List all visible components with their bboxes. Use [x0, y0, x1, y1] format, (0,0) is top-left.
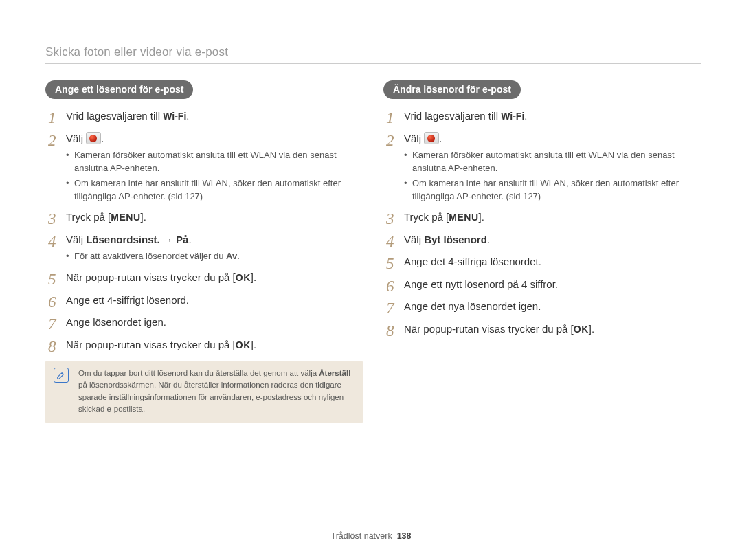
- text: Välj: [404, 234, 424, 245]
- right-step-2-sub: Kameran försöker automatiskt ansluta til…: [404, 149, 701, 203]
- right-step-3: Tryck på [MENU].: [383, 210, 701, 225]
- note-text: Om du tappar bort ditt lösenord kan du å…: [78, 369, 319, 377]
- content-columns: Ange ett lösenord för e-post Vrid lägesv…: [45, 80, 701, 423]
- right-step-8: När popup-rutan visas trycker du på [OK]…: [383, 322, 701, 337]
- text: Vrid lägesväljaren till: [404, 110, 501, 122]
- left-step-4-sub: För att avaktivera lösenordet väljer du …: [66, 250, 363, 263]
- footer-section: Trådlöst nätverk: [331, 531, 392, 541]
- left-step-8: När popup-rutan visas trycker du på [OK]…: [45, 337, 363, 353]
- text: ].: [589, 323, 594, 335]
- page-footer: Trådlöst nätverk 138: [0, 531, 742, 541]
- left-heading-pill: Ange ett lösenord för e-post: [45, 80, 193, 99]
- text: Tryck på [: [404, 211, 449, 223]
- title-rule: [45, 63, 701, 64]
- left-column: Ange ett lösenord för e-post Vrid lägesv…: [45, 80, 363, 423]
- right-heading-pill: Ändra lösenord för e-post: [383, 80, 521, 99]
- right-step-7: Ange det nya lösenordet igen.: [383, 299, 701, 315]
- manual-page: Skicka foton eller videor via e-post Ang…: [0, 0, 742, 560]
- page-title: Skicka foton eller videor via e-post: [45, 45, 701, 59]
- bullet: Kameran försöker automatiskt ansluta til…: [404, 149, 701, 175]
- right-column: Ändra lösenord för e-post Vrid lägesvälj…: [383, 80, 701, 423]
- right-steps: Vrid lägesväljaren till Wi-Fi. Välj . Ka…: [383, 109, 701, 337]
- ok-label: OK: [236, 272, 251, 283]
- text: ].: [141, 211, 146, 223]
- bullet: Om kameran inte har anslutit till WLAN, …: [66, 177, 363, 203]
- wifi-label: Wi-Fi: [163, 111, 186, 122]
- left-step-2: Välj . Kameran försöker automatiskt ansl…: [45, 131, 363, 203]
- bold-text: Lösenordsinst.: [86, 234, 160, 245]
- left-step-3: Tryck på [MENU].: [45, 210, 363, 225]
- text: ].: [251, 339, 256, 350]
- left-step-6: Ange ett 4-siffrigt lösenord.: [45, 293, 363, 309]
- text: .: [237, 251, 240, 261]
- wifi-label: Wi-Fi: [501, 111, 524, 122]
- ok-label: OK: [236, 339, 251, 350]
- bold-text: Byt lösenord: [424, 234, 487, 245]
- left-step-7: Ange lösenordet igen.: [45, 315, 363, 331]
- text: Vrid lägesväljaren till: [66, 110, 163, 122]
- left-step-1: Vrid lägesväljaren till Wi-Fi.: [45, 109, 363, 124]
- text: .: [487, 234, 490, 245]
- left-steps: Vrid lägesväljaren till Wi-Fi. Välj . Ka…: [45, 109, 363, 352]
- left-step-2-sub: Kameran försöker automatiskt ansluta til…: [66, 149, 363, 203]
- text: Tryck på [: [66, 211, 111, 223]
- right-step-5: Ange det 4-siffriga lösenordet.: [383, 254, 701, 270]
- left-step-4: Välj Lösenordsinst. → På. För att avakti…: [45, 232, 363, 263]
- right-step-2: Välj . Kameran försöker automatiskt ansl…: [383, 131, 701, 203]
- text: Välj: [404, 133, 424, 144]
- text: .: [524, 110, 527, 122]
- bullet: För att avaktivera lösenordet väljer du …: [66, 250, 363, 263]
- bold-text: Återställ: [319, 369, 350, 377]
- bold-text: Av: [226, 251, 237, 261]
- note-box: Om du tappar bort ditt lösenord kan du å…: [45, 361, 363, 423]
- text: .: [186, 110, 189, 122]
- text: .: [188, 234, 191, 245]
- right-step-4: Välj Byt lösenord.: [383, 232, 701, 248]
- bullet: Om kameran inte har anslutit till WLAN, …: [404, 177, 701, 203]
- text: Välj: [66, 133, 86, 144]
- text: ].: [479, 211, 484, 223]
- text: När popup-rutan visas trycker du på [: [404, 323, 574, 335]
- text: .: [101, 133, 104, 144]
- menu-label: MENU: [449, 212, 478, 223]
- bold-text: På: [176, 234, 188, 245]
- text: →: [160, 234, 176, 245]
- page-number: 138: [397, 531, 412, 541]
- text: Välj: [66, 234, 86, 245]
- ok-label: OK: [574, 324, 589, 335]
- bullet: Kameran försöker automatiskt ansluta til…: [66, 149, 363, 175]
- email-icon: [86, 132, 101, 144]
- text: När popup-rutan visas trycker du på [: [66, 271, 236, 283]
- note-text: på lösenordsskärmen. När du återställer …: [78, 381, 344, 413]
- text: När popup-rutan visas trycker du på [: [66, 339, 236, 350]
- email-icon: [424, 132, 439, 144]
- right-step-1: Vrid lägesväljaren till Wi-Fi.: [383, 109, 701, 124]
- right-step-6: Ange ett nytt lösenord på 4 siffror.: [383, 277, 701, 293]
- note-icon: [54, 368, 69, 383]
- menu-label: MENU: [111, 212, 140, 223]
- text: ].: [251, 271, 256, 283]
- text: .: [439, 133, 442, 144]
- left-step-5: När popup-rutan visas trycker du på [OK]…: [45, 270, 363, 286]
- pencil-icon: [56, 370, 66, 380]
- text: För att avaktivera lösenordet väljer du: [74, 251, 226, 261]
